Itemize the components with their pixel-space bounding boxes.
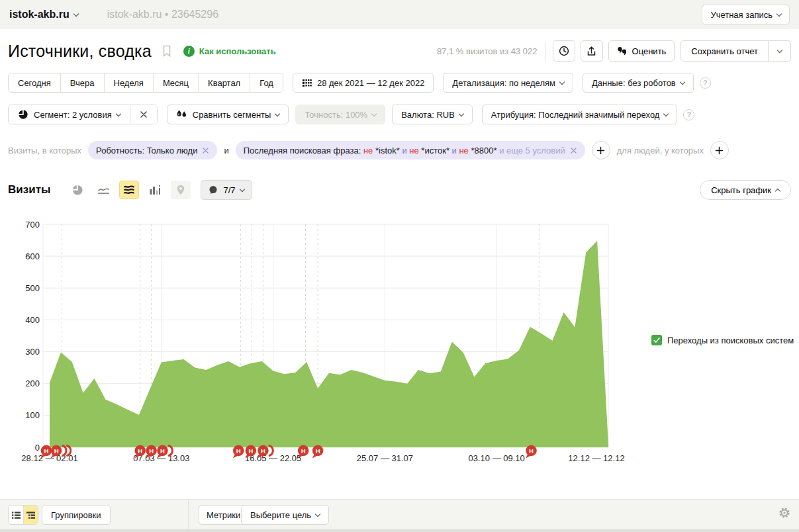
visits-filter-label: Визиты, в которых — [8, 146, 81, 155]
y-axis-tick: 100 — [25, 410, 40, 420]
preset-quarter[interactable]: Квартал — [198, 73, 250, 92]
chart-type-line-button[interactable] — [93, 181, 113, 199]
divider — [188, 500, 189, 529]
gear-icon[interactable] — [778, 506, 791, 522]
history-button[interactable] — [553, 40, 575, 62]
chevron-down-icon — [315, 511, 320, 516]
compare-segments-button[interactable]: Сравнить сегменты — [167, 105, 289, 124]
tree-list-view-button[interactable] — [23, 506, 38, 524]
hide-chart-button[interactable]: Скрыть график — [700, 180, 791, 200]
filter-chip-robots[interactable]: Роботность: Только люди — [88, 141, 217, 159]
chevron-down-icon — [776, 47, 782, 52]
rate-button-label: Оценить — [632, 46, 667, 56]
add-visit-condition-button[interactable] — [592, 141, 610, 159]
rate-button[interactable]: Оценить — [608, 40, 675, 62]
filter-chip-search-phrase[interactable]: Последняя поисковая фраза: не *istok* и … — [236, 141, 585, 159]
svg-text:Н: Н — [529, 447, 534, 455]
choose-goal-label: Выберите цель — [250, 510, 311, 520]
visits-share-text: 87,1 % визитов из 43 022 — [437, 46, 538, 56]
attribution-label: Атрибуция: Последний значимый переход — [491, 110, 660, 120]
list-flat-icon — [11, 510, 21, 520]
filters-row: Визиты, в которых Роботность: Только люд… — [8, 141, 729, 159]
area-series-search-engines — [50, 241, 608, 447]
chart-type-area-button[interactable] — [119, 181, 139, 199]
footer-strip — [0, 529, 799, 532]
question-icon[interactable]: ? — [700, 77, 711, 89]
and-connector: и — [224, 146, 228, 155]
clock-icon — [558, 45, 570, 57]
flat-list-view-button[interactable] — [9, 506, 23, 524]
chevron-down-icon — [459, 111, 464, 116]
visits-area-chart[interactable]: 010020030040050060070028.12 — 02.0107.03… — [0, 218, 662, 478]
preset-month[interactable]: Месяц — [153, 73, 198, 92]
bar-chart-icon — [149, 184, 161, 196]
chip-remove-icon[interactable] — [570, 147, 577, 154]
segment-label: Сегмент: 2 условия — [34, 110, 112, 120]
date-range-button[interactable]: 28 дек 2021 — 12 дек 2022 — [293, 73, 434, 93]
data-mode-dropdown[interactable]: Данные: без роботов — [583, 73, 694, 93]
svg-text:Н: Н — [149, 447, 154, 455]
y-axis-tick: 500 — [25, 283, 40, 293]
legend-label: Переходы из поисковых систем — [667, 335, 794, 345]
groupings-label: Группировки — [51, 510, 101, 520]
segment-dropdown[interactable]: Сегмент: 2 условия — [9, 105, 130, 124]
title-row: Источники, сводка i Как использовать 87,… — [8, 37, 791, 65]
segment-clear-button[interactable] — [130, 105, 157, 124]
y-axis-tick: 400 — [25, 315, 40, 325]
chevron-down-icon — [371, 111, 377, 116]
pie-chart-icon — [71, 184, 83, 196]
svg-text:Н: Н — [301, 447, 306, 455]
counter-meta: istok-akb.ru • 23645296 — [107, 9, 218, 21]
chevron-down-icon — [776, 11, 782, 16]
save-report-dropdown[interactable] — [768, 41, 790, 61]
legend-item-search-engines[interactable]: Переходы из поисковых систем — [651, 335, 794, 345]
comments-count: 7/7 — [223, 185, 235, 195]
comments-dropdown[interactable]: 7/7 — [201, 180, 252, 200]
chart-title: Визиты — [8, 183, 50, 197]
metrics-label: Метрики — [207, 510, 240, 520]
yandex-metrica-app: istok-akb.ru istok-akb.ru • 23645296 Уче… — [0, 0, 799, 532]
preset-today[interactable]: Сегодня — [9, 73, 60, 92]
chip-remove-icon[interactable] — [202, 147, 209, 154]
compare-drops-icon — [176, 109, 187, 120]
detail-label: Детализация: по неделям — [452, 78, 555, 88]
date-range-label: 28 дек 2021 — 12 дек 2022 — [317, 78, 424, 88]
detail-dropdown[interactable]: Детализация: по неделям — [443, 73, 573, 93]
how-to-use-link[interactable]: i Как использовать — [183, 46, 276, 57]
chevron-down-icon — [559, 79, 565, 84]
accuracy-dropdown[interactable]: Точность: 100% — [295, 105, 385, 124]
choose-goal-dropdown[interactable]: Выберите цель — [241, 505, 329, 525]
preset-yesterday[interactable]: Вчера — [60, 73, 104, 92]
preset-year[interactable]: Год — [250, 73, 283, 92]
chart-type-columns-button[interactable] — [145, 181, 165, 199]
filter-chip-robots-label: Роботность: Только люди — [96, 146, 197, 155]
counter-selector[interactable]: istok-akb.ru — [9, 9, 78, 21]
chart-type-pie-button[interactable] — [68, 181, 87, 199]
account-button[interactable]: Учетная запись — [702, 5, 790, 24]
question-icon[interactable]: ? — [683, 109, 694, 120]
svg-text:Н: Н — [44, 447, 48, 455]
export-button[interactable] — [581, 40, 603, 62]
chart-header: Визиты — [8, 179, 791, 200]
add-people-condition-button[interactable] — [710, 141, 729, 159]
chart-type-map-button[interactable] — [171, 181, 191, 199]
currency-dropdown[interactable]: Валюта: RUB — [392, 105, 473, 124]
groupings-button[interactable]: Группировки — [42, 505, 111, 525]
save-report-label: Сохранить отчет — [691, 46, 758, 56]
attribution-dropdown[interactable]: Атрибуция: Последний значимый переход — [482, 105, 678, 124]
bookmark-icon[interactable] — [161, 44, 173, 58]
chevron-down-icon — [663, 111, 669, 116]
divider — [545, 42, 545, 60]
y-axis-tick: 0 — [35, 443, 40, 453]
chevron-down-icon — [239, 186, 244, 191]
y-axis-tick: 600 — [25, 251, 40, 261]
topbar: istok-akb.ru istok-akb.ru • 23645296 Уче… — [0, 0, 799, 29]
x-axis-tick: 12.12 — 12.12 — [568, 453, 624, 463]
chevron-up-icon — [775, 189, 780, 194]
save-report-button[interactable]: Сохранить отчет — [681, 41, 768, 61]
rate-quotes-icon — [617, 46, 628, 56]
comment-bubble-icon — [209, 185, 218, 195]
x-axis-tick: 03.10 — 09.10 — [469, 453, 525, 463]
preset-week[interactable]: Неделя — [104, 73, 153, 92]
legend-checkbox[interactable] — [651, 335, 662, 345]
